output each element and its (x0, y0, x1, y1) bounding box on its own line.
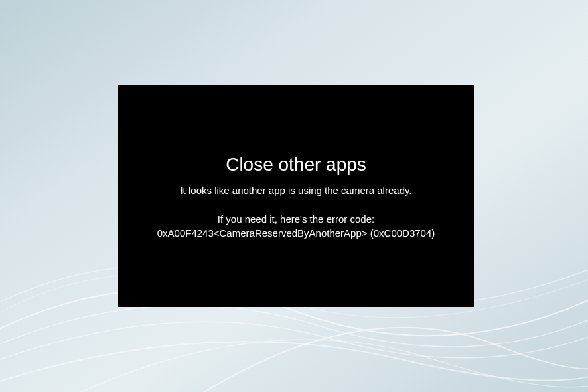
error-message: It looks like another app is using the c… (180, 185, 411, 196)
camera-error-dialog: Close other apps It looks like another a… (118, 85, 474, 307)
error-title: Close other apps (226, 154, 366, 175)
error-code: 0xA00F4243<CameraReservedByAnotherApp> (… (157, 227, 435, 239)
error-code-intro: If you need it, here's the error code: (218, 213, 374, 225)
